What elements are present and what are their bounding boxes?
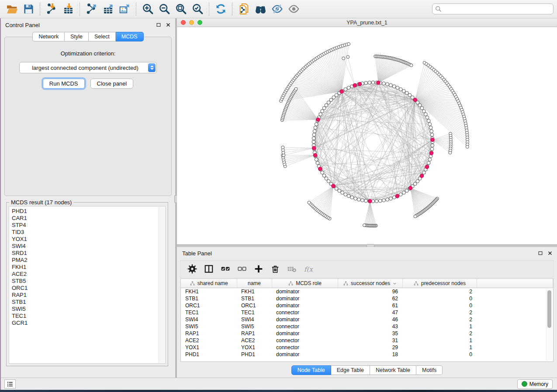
ring-node[interactable] [427, 119, 430, 123]
mcds-result-node[interactable]: TEC1 [12, 313, 165, 320]
mcds-hub-node[interactable] [332, 184, 336, 188]
table-cell[interactable]: RAP1 [181, 330, 237, 337]
mcds-hub-node[interactable] [313, 153, 317, 157]
clone-network-button[interactable] [235, 2, 252, 17]
mcds-result-node[interactable]: FKH1 [12, 264, 165, 271]
ring-node[interactable] [405, 189, 408, 193]
table-cell[interactable]: RAP1 [237, 330, 272, 337]
table-row[interactable]: SWI5SWI5connector431 [181, 323, 553, 330]
close-panel-icon[interactable] [165, 21, 172, 28]
mcds-hub-node[interactable] [413, 98, 417, 102]
table-row[interactable]: ORC1ORC1dominator610 [181, 302, 553, 309]
satellite-node[interactable] [466, 145, 469, 148]
ring-node[interactable] [430, 147, 434, 151]
mcds-result-node[interactable]: ORC1 [12, 285, 165, 292]
table-cell[interactable]: 1 [402, 323, 477, 330]
ring-node[interactable] [322, 107, 326, 110]
apply-layout-button[interactable] [212, 2, 229, 17]
table-cell[interactable]: 62 [338, 295, 402, 302]
table-row[interactable]: PHD1PHD1dominator180 [181, 351, 553, 358]
tab-network-table[interactable]: Network Table [370, 365, 416, 375]
satellite-node[interactable] [346, 55, 349, 58]
mcds-result-node[interactable]: SRD1 [12, 250, 165, 257]
table-cell[interactable]: PHD1 [181, 351, 237, 358]
tab-motifs[interactable]: Motifs [416, 365, 443, 375]
ring-node[interactable] [375, 199, 378, 203]
column-header-predecessor-nodes[interactable]: predecessor nodes [402, 279, 477, 288]
tab-edge-table[interactable]: Edge Table [331, 365, 370, 375]
run-mcds-button[interactable]: Run MCDS [43, 79, 85, 89]
show-all-button[interactable] [285, 2, 302, 17]
mcds-result-node[interactable]: STB5 [12, 278, 165, 285]
mcds-hub-node[interactable] [316, 118, 320, 122]
export-image-button[interactable] [116, 2, 133, 17]
export-table-button[interactable] [100, 2, 116, 17]
ring-node[interactable] [431, 144, 434, 147]
column-header-successor-nodes[interactable]: successor nodes [338, 279, 402, 288]
table-cell[interactable]: ORC1 [181, 302, 237, 309]
table-cell[interactable]: 61 [338, 302, 402, 309]
ring-node[interactable] [428, 123, 432, 126]
ring-node[interactable] [354, 197, 357, 200]
table-cell[interactable]: 18 [338, 351, 402, 358]
ring-node[interactable] [378, 199, 382, 203]
mcds-hub-node[interactable] [377, 81, 381, 85]
table-cell[interactable]: 35 [338, 330, 402, 337]
table-cell[interactable]: 31 [338, 337, 402, 344]
close-panel-button[interactable]: Close panel [90, 79, 134, 89]
table-cell[interactable]: ACE2 [237, 337, 272, 344]
ring-node[interactable] [322, 174, 326, 177]
unselect-all-columns-button[interactable] [235, 262, 249, 275]
table-cell[interactable]: 0 [402, 351, 477, 358]
table-cell[interactable]: STB1 [237, 295, 272, 302]
mcds-result-list[interactable]: PHD1CAR1STP4TID3YOX1SWI4SRD1PMA2FKH1ACE2… [9, 206, 166, 364]
ring-node[interactable] [314, 126, 317, 130]
ring-node[interactable] [418, 103, 422, 107]
mcds-result-node[interactable]: GCR1 [12, 320, 165, 327]
import-table-button[interactable] [60, 2, 76, 17]
table-options-button[interactable] [185, 262, 199, 275]
hide-selected-button[interactable] [269, 2, 285, 17]
mcds-hub-node[interactable] [340, 89, 344, 93]
ring-node[interactable] [399, 193, 402, 196]
table-cell[interactable]: 29 [338, 344, 402, 351]
table-row[interactable]: SWI4SWI4dominator462 [181, 316, 553, 323]
table-row[interactable]: TEC1TEC1connector472 [181, 309, 553, 316]
ring-node[interactable] [316, 161, 319, 165]
ring-node[interactable] [312, 137, 315, 140]
satellite-node[interactable] [281, 146, 284, 149]
ring-node[interactable] [430, 130, 433, 133]
mcds-result-node[interactable]: SWI4 [12, 243, 165, 250]
satellite-node[interactable] [308, 201, 311, 204]
mcds-hub-node[interactable] [368, 199, 372, 203]
export-network-button[interactable] [83, 2, 100, 17]
ring-node[interactable] [422, 171, 426, 174]
table-cell[interactable]: YOX1 [237, 344, 272, 351]
table-cell[interactable]: YOX1 [181, 344, 237, 351]
table-cell[interactable]: 47 [338, 309, 402, 316]
table-cell[interactable]: 0 [402, 295, 477, 302]
mcds-hub-node[interactable] [408, 186, 412, 190]
ring-node[interactable] [402, 191, 405, 194]
table-cell[interactable]: 2 [402, 316, 477, 323]
table-cell[interactable]: 1 [402, 337, 477, 344]
table-row[interactable]: ACE2ACE2connector311 [181, 337, 553, 344]
table-row[interactable]: STB1STB1dominator620 [181, 295, 553, 302]
mcds-hub-node[interactable] [420, 174, 424, 178]
float-panel-icon[interactable] [155, 21, 162, 28]
ring-node[interactable] [312, 133, 316, 137]
satellite-node[interactable] [410, 64, 413, 67]
close-panel-icon[interactable] [547, 250, 554, 257]
mcds-hub-node[interactable] [358, 82, 362, 86]
ring-node[interactable] [312, 140, 315, 144]
ring-node[interactable] [344, 88, 347, 91]
create-column-button[interactable] [252, 262, 266, 275]
ring-node[interactable] [364, 81, 368, 85]
table-scrollbar[interactable] [546, 289, 552, 361]
mcds-result-node[interactable]: RAP1 [12, 292, 165, 299]
criterion-select[interactable]: largest connected component (undirected) [19, 62, 157, 73]
ring-node[interactable] [371, 81, 375, 84]
select-all-columns-button[interactable] [218, 262, 232, 275]
ring-node[interactable] [429, 126, 432, 130]
minimize-window-icon[interactable] [189, 20, 194, 25]
